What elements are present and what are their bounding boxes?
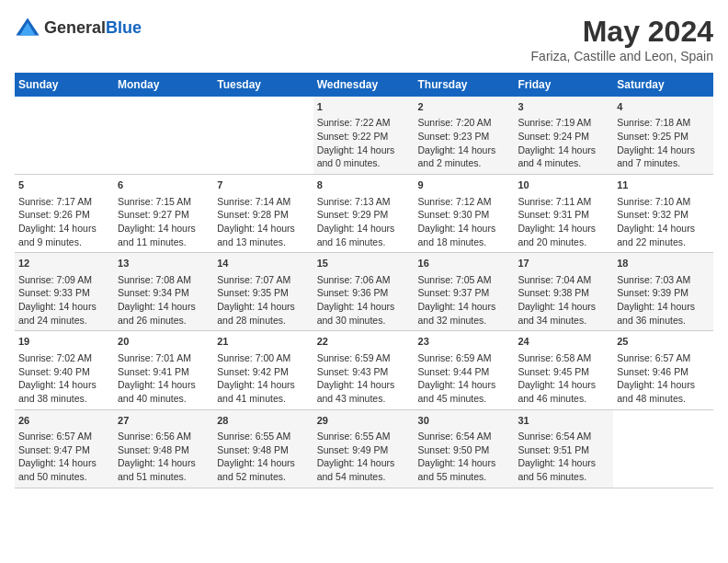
logo-text-general: General xyxy=(44,18,106,37)
day-info-line: Sunset: 9:40 PM xyxy=(18,365,110,379)
day-info-line: Daylight: 14 hours xyxy=(518,456,609,470)
day-info-line: and 36 minutes. xyxy=(617,314,710,327)
day-number: 9 xyxy=(418,178,511,192)
day-info-line: and 50 minutes. xyxy=(18,470,110,484)
day-info-line: and 20 minutes. xyxy=(518,236,609,249)
day-info-line: Sunset: 9:37 PM xyxy=(418,286,511,300)
day-info-line: Sunrise: 7:06 AM xyxy=(317,273,411,287)
day-number: 18 xyxy=(617,257,710,270)
week-row-3: 12Sunrise: 7:09 AMSunset: 9:33 PMDayligh… xyxy=(15,253,713,331)
day-info-line: Sunrise: 6:58 AM xyxy=(518,351,609,365)
day-number: 20 xyxy=(118,335,210,349)
day-info-line: Daylight: 14 hours xyxy=(217,300,309,314)
day-info-line: Daylight: 14 hours xyxy=(418,144,511,157)
day-info-line: Sunset: 9:32 PM xyxy=(617,208,710,222)
day-cell: 16Sunrise: 7:05 AMSunset: 9:37 PMDayligh… xyxy=(415,253,515,331)
calendar-table: SundayMondayTuesdayWednesdayThursdayFrid… xyxy=(15,73,713,488)
day-info-line: Sunrise: 6:55 AM xyxy=(217,430,309,443)
day-info-line: Sunset: 9:47 PM xyxy=(18,443,110,457)
day-info-line: Sunrise: 7:09 AM xyxy=(18,273,110,287)
day-info-line: Daylight: 14 hours xyxy=(118,222,210,236)
day-cell: 15Sunrise: 7:06 AMSunset: 9:36 PMDayligh… xyxy=(313,253,415,331)
day-number: 4 xyxy=(617,100,710,114)
day-info-line: Daylight: 14 hours xyxy=(18,300,110,314)
day-info-line: Sunrise: 6:54 AM xyxy=(418,430,511,443)
day-info-line: Sunset: 9:36 PM xyxy=(317,286,411,300)
day-cell: 26Sunrise: 6:57 AMSunset: 9:47 PMDayligh… xyxy=(15,409,114,488)
day-info-line: Sunset: 9:35 PM xyxy=(217,286,309,300)
logo-icon xyxy=(15,15,40,40)
day-info-line: Sunset: 9:38 PM xyxy=(518,286,609,300)
day-cell: 9Sunrise: 7:12 AMSunset: 9:30 PMDaylight… xyxy=(415,175,515,253)
day-info-line: Daylight: 14 hours xyxy=(18,456,110,470)
day-info-line: Sunrise: 7:20 AM xyxy=(418,116,511,130)
day-info-line: and 40 minutes. xyxy=(118,392,210,406)
day-info-line: Sunset: 9:51 PM xyxy=(518,443,609,457)
day-info-line: and 2 minutes. xyxy=(418,156,511,170)
day-info-line: Daylight: 14 hours xyxy=(518,300,609,314)
column-header-wednesday: Wednesday xyxy=(313,73,415,97)
day-info-line: and 51 minutes. xyxy=(118,470,210,484)
day-info-line: Sunset: 9:25 PM xyxy=(617,130,710,144)
day-info-line: and 55 minutes. xyxy=(418,470,511,484)
day-cell: 24Sunrise: 6:58 AMSunset: 9:45 PMDayligh… xyxy=(514,331,613,409)
week-row-5: 26Sunrise: 6:57 AMSunset: 9:47 PMDayligh… xyxy=(15,409,713,488)
day-cell: 2Sunrise: 7:20 AMSunset: 9:23 PMDaylight… xyxy=(415,97,515,175)
day-info-line: Sunrise: 7:01 AM xyxy=(118,351,210,365)
day-info-line: Sunrise: 7:22 AM xyxy=(317,116,411,130)
day-info-line: Sunset: 9:44 PM xyxy=(418,365,511,379)
day-info-line: and 41 minutes. xyxy=(217,392,309,406)
column-header-sunday: Sunday xyxy=(15,73,114,97)
day-info-line: and 7 minutes. xyxy=(617,156,710,170)
day-info-line: Daylight: 14 hours xyxy=(118,378,210,392)
day-info-line: Daylight: 14 hours xyxy=(617,222,710,236)
day-number: 2 xyxy=(418,100,511,114)
day-cell: 22Sunrise: 6:59 AMSunset: 9:43 PMDayligh… xyxy=(313,331,415,409)
day-info-line: Daylight: 14 hours xyxy=(217,222,309,236)
day-number: 28 xyxy=(217,414,309,428)
day-cell: 13Sunrise: 7:08 AMSunset: 9:34 PMDayligh… xyxy=(114,253,213,331)
day-info-line: Sunset: 9:33 PM xyxy=(18,286,110,300)
day-number: 27 xyxy=(118,414,210,428)
day-cell: 3Sunrise: 7:19 AMSunset: 9:24 PMDaylight… xyxy=(514,97,613,175)
day-cell: 12Sunrise: 7:09 AMSunset: 9:33 PMDayligh… xyxy=(15,253,114,331)
day-info-line: Sunset: 9:27 PM xyxy=(118,208,210,222)
day-info-line: Daylight: 14 hours xyxy=(617,300,710,314)
day-info-line: Daylight: 14 hours xyxy=(18,378,110,392)
day-number: 14 xyxy=(217,257,309,270)
day-cell xyxy=(114,97,213,175)
day-info-line: and 0 minutes. xyxy=(317,156,411,170)
day-cell: 14Sunrise: 7:07 AMSunset: 9:35 PMDayligh… xyxy=(213,253,313,331)
day-info-line: and 9 minutes. xyxy=(18,236,110,249)
day-info-line: Daylight: 14 hours xyxy=(317,300,411,314)
day-info-line: and 45 minutes. xyxy=(418,392,511,406)
day-info-line: Sunrise: 7:11 AM xyxy=(518,195,609,209)
day-info-line: Sunset: 9:28 PM xyxy=(217,208,309,222)
day-info-line: Daylight: 14 hours xyxy=(217,456,309,470)
day-info-line: and 11 minutes. xyxy=(118,236,210,249)
logo-text-blue: Blue xyxy=(106,18,142,37)
day-number: 5 xyxy=(18,178,110,192)
day-info-line: Sunrise: 7:17 AM xyxy=(18,195,110,209)
day-info-line: Daylight: 14 hours xyxy=(317,222,411,236)
day-cell: 20Sunrise: 7:01 AMSunset: 9:41 PMDayligh… xyxy=(114,331,213,409)
day-info-line: and 4 minutes. xyxy=(518,156,609,170)
day-cell: 25Sunrise: 6:57 AMSunset: 9:46 PMDayligh… xyxy=(613,331,713,409)
day-number: 15 xyxy=(317,257,411,270)
day-info-line: Sunrise: 6:57 AM xyxy=(18,430,110,443)
day-number: 11 xyxy=(617,178,710,192)
day-info-line: Daylight: 14 hours xyxy=(617,378,710,392)
day-info-line: Sunrise: 7:02 AM xyxy=(18,351,110,365)
day-info-line: Sunset: 9:26 PM xyxy=(18,208,110,222)
day-info-line: and 46 minutes. xyxy=(518,392,609,406)
day-info-line: Sunrise: 7:18 AM xyxy=(617,116,710,130)
day-info-line: Daylight: 14 hours xyxy=(18,222,110,236)
day-info-line: Sunrise: 6:59 AM xyxy=(418,351,511,365)
column-headers: SundayMondayTuesdayWednesdayThursdayFrid… xyxy=(15,73,713,97)
day-cell xyxy=(613,409,713,488)
day-cell: 11Sunrise: 7:10 AMSunset: 9:32 PMDayligh… xyxy=(613,175,713,253)
day-cell: 10Sunrise: 7:11 AMSunset: 9:31 PMDayligh… xyxy=(514,175,613,253)
day-number: 1 xyxy=(317,100,411,114)
day-info-line: Sunrise: 7:03 AM xyxy=(617,273,710,287)
main-title: May 2024 xyxy=(531,15,713,49)
